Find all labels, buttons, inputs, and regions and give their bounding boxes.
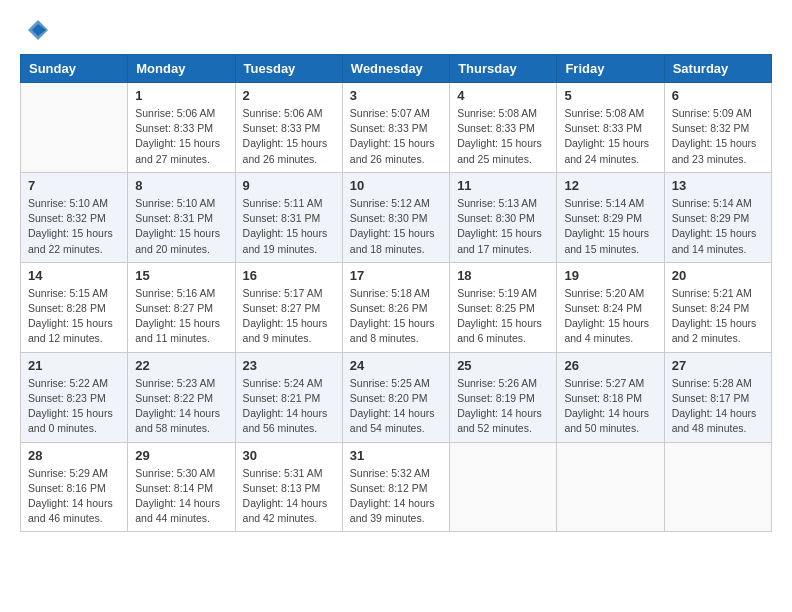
day-info: Sunrise: 5:14 AM Sunset: 8:29 PM Dayligh… [672, 196, 764, 257]
calendar-cell: 3Sunrise: 5:07 AM Sunset: 8:33 PM Daylig… [342, 83, 449, 173]
day-info: Sunrise: 5:29 AM Sunset: 8:16 PM Dayligh… [28, 466, 120, 527]
day-number: 5 [564, 88, 656, 103]
calendar-cell: 10Sunrise: 5:12 AM Sunset: 8:30 PM Dayli… [342, 172, 449, 262]
day-number: 13 [672, 178, 764, 193]
day-number: 11 [457, 178, 549, 193]
calendar-cell: 27Sunrise: 5:28 AM Sunset: 8:17 PM Dayli… [664, 352, 771, 442]
page-header [20, 20, 772, 44]
day-info: Sunrise: 5:18 AM Sunset: 8:26 PM Dayligh… [350, 286, 442, 347]
calendar-table: SundayMondayTuesdayWednesdayThursdayFrid… [20, 54, 772, 532]
day-info: Sunrise: 5:11 AM Sunset: 8:31 PM Dayligh… [243, 196, 335, 257]
col-header-tuesday: Tuesday [235, 55, 342, 83]
day-number: 27 [672, 358, 764, 373]
day-number: 19 [564, 268, 656, 283]
calendar-cell: 1Sunrise: 5:06 AM Sunset: 8:33 PM Daylig… [128, 83, 235, 173]
day-number: 15 [135, 268, 227, 283]
calendar-cell [450, 442, 557, 532]
day-info: Sunrise: 5:32 AM Sunset: 8:12 PM Dayligh… [350, 466, 442, 527]
calendar-cell: 7Sunrise: 5:10 AM Sunset: 8:32 PM Daylig… [21, 172, 128, 262]
col-header-thursday: Thursday [450, 55, 557, 83]
day-number: 21 [28, 358, 120, 373]
day-info: Sunrise: 5:10 AM Sunset: 8:32 PM Dayligh… [28, 196, 120, 257]
calendar-cell: 21Sunrise: 5:22 AM Sunset: 8:23 PM Dayli… [21, 352, 128, 442]
day-info: Sunrise: 5:26 AM Sunset: 8:19 PM Dayligh… [457, 376, 549, 437]
calendar-cell: 8Sunrise: 5:10 AM Sunset: 8:31 PM Daylig… [128, 172, 235, 262]
col-header-sunday: Sunday [21, 55, 128, 83]
calendar-cell: 2Sunrise: 5:06 AM Sunset: 8:33 PM Daylig… [235, 83, 342, 173]
day-info: Sunrise: 5:30 AM Sunset: 8:14 PM Dayligh… [135, 466, 227, 527]
day-info: Sunrise: 5:06 AM Sunset: 8:33 PM Dayligh… [135, 106, 227, 167]
calendar-header-row: SundayMondayTuesdayWednesdayThursdayFrid… [21, 55, 772, 83]
day-info: Sunrise: 5:17 AM Sunset: 8:27 PM Dayligh… [243, 286, 335, 347]
calendar-cell: 24Sunrise: 5:25 AM Sunset: 8:20 PM Dayli… [342, 352, 449, 442]
day-number: 17 [350, 268, 442, 283]
day-info: Sunrise: 5:13 AM Sunset: 8:30 PM Dayligh… [457, 196, 549, 257]
calendar-cell: 23Sunrise: 5:24 AM Sunset: 8:21 PM Dayli… [235, 352, 342, 442]
day-number: 23 [243, 358, 335, 373]
day-info: Sunrise: 5:20 AM Sunset: 8:24 PM Dayligh… [564, 286, 656, 347]
day-number: 22 [135, 358, 227, 373]
day-info: Sunrise: 5:15 AM Sunset: 8:28 PM Dayligh… [28, 286, 120, 347]
day-info: Sunrise: 5:24 AM Sunset: 8:21 PM Dayligh… [243, 376, 335, 437]
calendar-week-row: 14Sunrise: 5:15 AM Sunset: 8:28 PM Dayli… [21, 262, 772, 352]
day-info: Sunrise: 5:31 AM Sunset: 8:13 PM Dayligh… [243, 466, 335, 527]
day-info: Sunrise: 5:14 AM Sunset: 8:29 PM Dayligh… [564, 196, 656, 257]
calendar-cell: 11Sunrise: 5:13 AM Sunset: 8:30 PM Dayli… [450, 172, 557, 262]
calendar-cell: 13Sunrise: 5:14 AM Sunset: 8:29 PM Dayli… [664, 172, 771, 262]
day-number: 6 [672, 88, 764, 103]
day-number: 9 [243, 178, 335, 193]
calendar-cell: 14Sunrise: 5:15 AM Sunset: 8:28 PM Dayli… [21, 262, 128, 352]
col-header-saturday: Saturday [664, 55, 771, 83]
day-info: Sunrise: 5:10 AM Sunset: 8:31 PM Dayligh… [135, 196, 227, 257]
calendar-cell: 17Sunrise: 5:18 AM Sunset: 8:26 PM Dayli… [342, 262, 449, 352]
day-number: 18 [457, 268, 549, 283]
calendar-cell: 29Sunrise: 5:30 AM Sunset: 8:14 PM Dayli… [128, 442, 235, 532]
day-info: Sunrise: 5:06 AM Sunset: 8:33 PM Dayligh… [243, 106, 335, 167]
day-number: 7 [28, 178, 120, 193]
day-info: Sunrise: 5:27 AM Sunset: 8:18 PM Dayligh… [564, 376, 656, 437]
day-number: 1 [135, 88, 227, 103]
day-info: Sunrise: 5:28 AM Sunset: 8:17 PM Dayligh… [672, 376, 764, 437]
day-number: 28 [28, 448, 120, 463]
calendar-cell: 30Sunrise: 5:31 AM Sunset: 8:13 PM Dayli… [235, 442, 342, 532]
calendar-cell: 20Sunrise: 5:21 AM Sunset: 8:24 PM Dayli… [664, 262, 771, 352]
col-header-friday: Friday [557, 55, 664, 83]
day-info: Sunrise: 5:21 AM Sunset: 8:24 PM Dayligh… [672, 286, 764, 347]
calendar-cell: 9Sunrise: 5:11 AM Sunset: 8:31 PM Daylig… [235, 172, 342, 262]
col-header-wednesday: Wednesday [342, 55, 449, 83]
day-number: 26 [564, 358, 656, 373]
calendar-cell: 19Sunrise: 5:20 AM Sunset: 8:24 PM Dayli… [557, 262, 664, 352]
calendar-cell: 15Sunrise: 5:16 AM Sunset: 8:27 PM Dayli… [128, 262, 235, 352]
day-info: Sunrise: 5:08 AM Sunset: 8:33 PM Dayligh… [564, 106, 656, 167]
calendar-cell: 4Sunrise: 5:08 AM Sunset: 8:33 PM Daylig… [450, 83, 557, 173]
day-info: Sunrise: 5:25 AM Sunset: 8:20 PM Dayligh… [350, 376, 442, 437]
day-number: 12 [564, 178, 656, 193]
day-number: 25 [457, 358, 549, 373]
day-info: Sunrise: 5:09 AM Sunset: 8:32 PM Dayligh… [672, 106, 764, 167]
day-number: 30 [243, 448, 335, 463]
day-number: 3 [350, 88, 442, 103]
day-number: 14 [28, 268, 120, 283]
day-number: 16 [243, 268, 335, 283]
day-number: 10 [350, 178, 442, 193]
calendar-cell: 5Sunrise: 5:08 AM Sunset: 8:33 PM Daylig… [557, 83, 664, 173]
calendar-cell [664, 442, 771, 532]
logo-icon [24, 16, 52, 44]
calendar-cell: 12Sunrise: 5:14 AM Sunset: 8:29 PM Dayli… [557, 172, 664, 262]
calendar-cell: 25Sunrise: 5:26 AM Sunset: 8:19 PM Dayli… [450, 352, 557, 442]
day-number: 4 [457, 88, 549, 103]
day-info: Sunrise: 5:23 AM Sunset: 8:22 PM Dayligh… [135, 376, 227, 437]
day-info: Sunrise: 5:19 AM Sunset: 8:25 PM Dayligh… [457, 286, 549, 347]
logo [20, 20, 52, 44]
day-number: 8 [135, 178, 227, 193]
day-info: Sunrise: 5:22 AM Sunset: 8:23 PM Dayligh… [28, 376, 120, 437]
day-number: 20 [672, 268, 764, 283]
calendar-cell: 16Sunrise: 5:17 AM Sunset: 8:27 PM Dayli… [235, 262, 342, 352]
calendar-cell: 22Sunrise: 5:23 AM Sunset: 8:22 PM Dayli… [128, 352, 235, 442]
day-info: Sunrise: 5:12 AM Sunset: 8:30 PM Dayligh… [350, 196, 442, 257]
calendar-week-row: 7Sunrise: 5:10 AM Sunset: 8:32 PM Daylig… [21, 172, 772, 262]
day-number: 29 [135, 448, 227, 463]
calendar-cell [557, 442, 664, 532]
calendar-week-row: 1Sunrise: 5:06 AM Sunset: 8:33 PM Daylig… [21, 83, 772, 173]
calendar-cell: 6Sunrise: 5:09 AM Sunset: 8:32 PM Daylig… [664, 83, 771, 173]
